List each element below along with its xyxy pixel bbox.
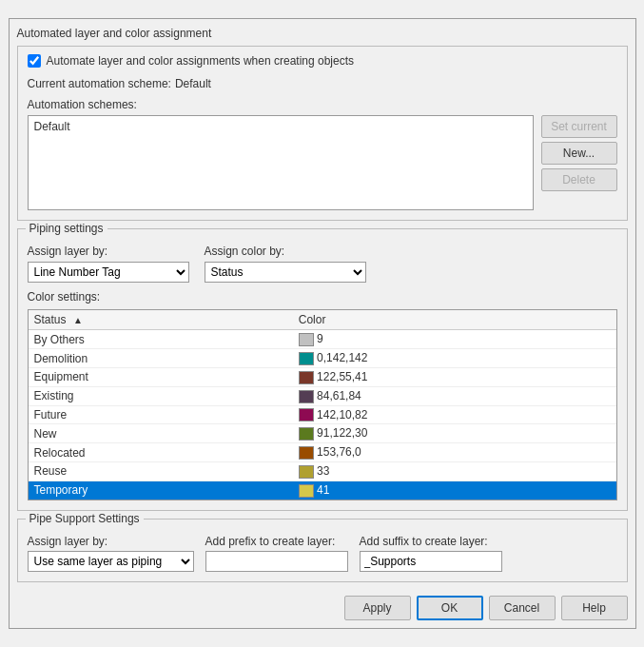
color-swatch bbox=[299, 427, 314, 441]
pipe-assign-layer-select[interactable]: Use same layer as piping bbox=[28, 551, 194, 572]
color-table-wrapper: Status ▲ Color By Others 9Demolition 0,1… bbox=[28, 309, 617, 500]
suffix-input[interactable] bbox=[360, 551, 502, 572]
schemes-area: Automation schemes: Default bbox=[28, 98, 534, 210]
table-row[interactable]: Equipment 122,55,41 bbox=[29, 367, 616, 386]
pipe-assign-layer-label: Assign layer by: bbox=[28, 535, 194, 548]
color-swatch bbox=[299, 484, 314, 498]
color-swatch bbox=[299, 333, 314, 346]
status-cell: Reuse bbox=[29, 462, 293, 481]
cancel-button[interactable]: Cancel bbox=[489, 596, 556, 620]
automation-group: Automate layer and color assignments whe… bbox=[17, 46, 628, 221]
color-cell: 41 bbox=[293, 480, 616, 499]
color-swatch bbox=[299, 371, 314, 384]
color-settings-area: Color settings: Status ▲ Color bbox=[28, 290, 617, 500]
pipe-support-body: Assign layer by: Use same layer as pipin… bbox=[28, 535, 617, 572]
piping-group: Piping settings Assign layer by: Line Nu… bbox=[17, 228, 628, 510]
table-row[interactable]: Existing 84,61,84 bbox=[29, 386, 616, 405]
color-cell: 91,122,30 bbox=[293, 424, 616, 443]
status-cell: By Others bbox=[29, 330, 293, 349]
color-cell: 84,61,84 bbox=[293, 386, 616, 405]
color-cell: 142,10,82 bbox=[293, 405, 616, 424]
new-button[interactable]: New... bbox=[541, 142, 617, 165]
automate-row: Automate layer and color assignments whe… bbox=[28, 54, 617, 68]
color-swatch bbox=[299, 408, 314, 422]
assign-color-select[interactable]: Status bbox=[205, 262, 366, 283]
status-cell: Future bbox=[29, 405, 293, 424]
table-row[interactable]: Relocated 153,76,0 bbox=[29, 443, 616, 462]
schemes-label: Automation schemes: bbox=[28, 98, 534, 111]
table-row[interactable]: By Others 9 bbox=[29, 330, 616, 349]
assign-layer-label: Assign layer by: bbox=[28, 245, 189, 258]
status-cell: Relocated bbox=[29, 443, 293, 462]
delete-button[interactable]: Delete bbox=[541, 168, 617, 191]
piping-group-label: Piping settings bbox=[26, 222, 107, 235]
color-swatch bbox=[299, 352, 314, 365]
color-cell: 0,142,142 bbox=[293, 349, 616, 368]
table-row[interactable]: New 91,122,30 bbox=[29, 424, 616, 443]
prefix-input[interactable] bbox=[205, 551, 348, 572]
assign-layer-group: Assign layer by: Line Number Tag bbox=[28, 245, 189, 283]
prefix-group: Add prefix to create layer: bbox=[205, 535, 348, 572]
scheme-item-default[interactable]: Default bbox=[30, 118, 531, 135]
table-row[interactable]: Temporary 41 bbox=[29, 480, 616, 499]
color-swatch bbox=[299, 390, 314, 403]
suffix-label: Add suffix to create layer: bbox=[360, 535, 502, 548]
automation-buttons: Set current New... Delete bbox=[541, 98, 617, 210]
automate-checkbox[interactable] bbox=[28, 54, 41, 68]
apply-button[interactable]: Apply bbox=[344, 596, 411, 620]
dialog-title: Automated layer and color assignment bbox=[17, 27, 628, 40]
prefix-label: Add prefix to create layer: bbox=[205, 535, 348, 548]
color-cell: 122,55,41 bbox=[293, 367, 616, 386]
assign-color-label: Assign color by: bbox=[205, 245, 366, 258]
ok-button[interactable]: OK bbox=[417, 596, 483, 620]
table-row[interactable]: Demolition 0,142,142 bbox=[29, 349, 616, 368]
current-scheme-row: Current automation scheme: Default bbox=[28, 77, 617, 90]
col-header-color[interactable]: Color bbox=[293, 310, 616, 330]
table-row[interactable]: Reuse 33 bbox=[29, 462, 616, 481]
color-swatch bbox=[299, 465, 314, 479]
assign-row: Assign layer by: Line Number Tag Assign … bbox=[28, 245, 617, 283]
current-scheme-value: Default bbox=[175, 77, 211, 90]
main-dialog: Automated layer and color assignment Aut… bbox=[9, 18, 636, 628]
set-current-button[interactable]: Set current bbox=[541, 115, 617, 138]
automation-body: Automation schemes: Default Set current … bbox=[28, 98, 617, 210]
pipe-support-group-label: Pipe Support Settings bbox=[26, 512, 144, 525]
color-settings-label: Color settings: bbox=[28, 290, 101, 304]
suffix-group: Add suffix to create layer: bbox=[360, 535, 502, 572]
status-cell: Temporary bbox=[29, 480, 293, 499]
color-table: Status ▲ Color By Others 9Demolition 0,1… bbox=[29, 310, 616, 499]
table-row[interactable]: Future 142,10,82 bbox=[29, 405, 616, 424]
pipe-support-group: Pipe Support Settings Assign layer by: U… bbox=[17, 519, 628, 582]
color-cell: 33 bbox=[293, 462, 616, 481]
automation-schemes-listbox[interactable]: Default bbox=[28, 115, 534, 210]
sort-arrow-icon: ▲ bbox=[73, 315, 83, 325]
assign-color-group: Assign color by: Status bbox=[205, 245, 366, 283]
col-header-status[interactable]: Status ▲ bbox=[29, 310, 293, 330]
status-cell: Existing bbox=[29, 386, 293, 405]
help-button[interactable]: Help bbox=[561, 596, 628, 620]
color-cell: 9 bbox=[293, 330, 616, 349]
color-cell: 153,76,0 bbox=[293, 443, 616, 462]
pipe-assign-layer-group: Assign layer by: Use same layer as pipin… bbox=[28, 535, 194, 572]
color-swatch bbox=[299, 446, 314, 460]
status-cell: New bbox=[29, 424, 293, 443]
current-scheme-label: Current automation scheme: bbox=[28, 77, 171, 90]
status-cell: Equipment bbox=[29, 367, 293, 386]
status-cell: Demolition bbox=[29, 349, 293, 368]
automate-label: Automate layer and color assignments whe… bbox=[47, 54, 355, 68]
dialog-footer: Apply OK Cancel Help bbox=[17, 590, 628, 620]
assign-layer-select[interactable]: Line Number Tag bbox=[28, 262, 189, 283]
